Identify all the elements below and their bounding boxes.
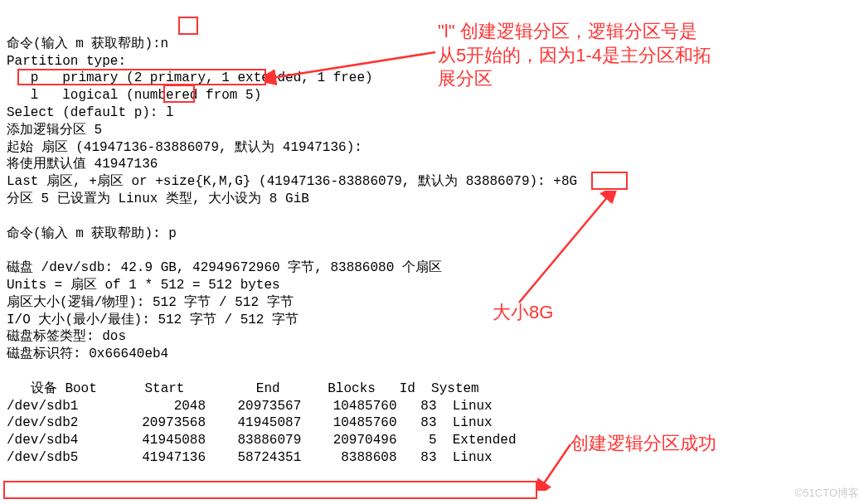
default-start: 将使用默认值 41947136 <box>7 157 158 172</box>
box-input-n <box>178 17 198 35</box>
table-header: 设备 Boot Start End Blocks Id System <box>7 381 479 396</box>
disk-label: 磁盘标签类型: dos <box>7 329 126 344</box>
box-input-8g <box>591 172 628 190</box>
table-row-2: /dev/sdb2 20973568 41945087 10485760 83 … <box>7 415 493 430</box>
io-size: I/O 大小(最小/最佳): 512 字节 / 512 字节 <box>7 313 299 327</box>
partition-set: 分区 5 已设置为 Linux 类型, 大小设为 8 GiB <box>7 191 309 206</box>
box-sdb5-row <box>3 481 537 499</box>
add-logical-5: 添加逻辑分区 5 <box>7 123 102 138</box>
disk-info: 磁盘 /dev/sdb: 42.9 GB, 42949672960 字节, 83… <box>7 260 442 275</box>
last-sector-prompt: Last 扇区, +扇区 or +size{K,M,G} (41947136-8… <box>7 174 553 189</box>
table-row-3: /dev/sdb4 41945088 83886079 20970496 5 E… <box>7 433 517 448</box>
input-n: n <box>161 36 169 51</box>
input-8g: +8G <box>553 174 577 189</box>
select-default-p: Select (default p): <box>7 105 166 120</box>
partition-type-header: Partition type: <box>7 54 126 69</box>
units-info: Units = 扇区 of 1 * 512 = 512 bytes <box>7 278 280 293</box>
annotation-success: 创建逻辑分区成功 <box>570 432 716 456</box>
option-logical: l logical (numbered from 5) <box>7 88 261 103</box>
sector-size: 扇区大小(逻辑/物理): 512 字节 / 512 字节 <box>7 295 294 310</box>
watermark: ©51CTO博客 <box>795 487 859 501</box>
box-option-logical <box>17 69 266 85</box>
table-row-1: /dev/sdb1 2048 20973567 10485760 83 Linu… <box>7 399 493 414</box>
disk-id: 磁盘标识符: 0x66640eb4 <box>7 346 168 361</box>
prompt-command-1: 命令(输入 m 获取帮助): <box>7 36 161 51</box>
box-input-l <box>163 85 195 103</box>
prompt-command-2: 命令(输入 m 获取帮助): p <box>7 226 177 241</box>
input-l: l <box>166 105 174 120</box>
annotation-size-8g: 大小8G <box>493 301 553 325</box>
table-row-4: /dev/sdb5 41947136 58724351 8388608 83 L… <box>7 450 493 465</box>
start-sector: 起始 扇区 (41947136-83886079, 默认为 41947136): <box>7 140 362 155</box>
annotation-logical-explain: "l" 创建逻辑分区，逻辑分区号是 从5开始的，因为1-4是主分区和拓 展分区 <box>438 20 711 91</box>
